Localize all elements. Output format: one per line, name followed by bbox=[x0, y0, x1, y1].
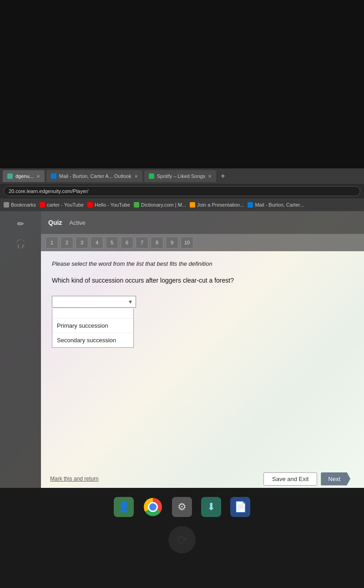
tab-label-outlook: Mail - Burton, Carter A... Outlook bbox=[59, 173, 131, 179]
q-num-4[interactable]: 4 bbox=[91, 237, 103, 248]
q-num-6[interactable]: 6 bbox=[121, 237, 133, 248]
bookmark-label-hello: Hello - YouTube bbox=[95, 202, 130, 208]
chevron-down-icon: ▼ bbox=[128, 299, 133, 304]
action-bar: Mark this and return Save and Exit Next bbox=[41, 469, 359, 489]
tab-close-edgenuity[interactable]: ✕ bbox=[36, 174, 40, 179]
q-num-7[interactable]: 7 bbox=[136, 237, 148, 248]
bookmark-label-join: Join a Presentation... bbox=[197, 202, 244, 208]
bookmark-favicon-mail bbox=[248, 202, 253, 208]
bookmark-favicon-dict bbox=[134, 202, 139, 208]
tab-label-edgenuity: dgenu... bbox=[15, 173, 34, 179]
logo-symbol: ⟳ bbox=[177, 532, 187, 547]
bookmark-favicon-bookmarks bbox=[4, 202, 9, 208]
bookmark-bookmarks[interactable]: Bookmarks bbox=[4, 202, 36, 208]
tab-close-spotify[interactable]: ✕ bbox=[208, 174, 212, 179]
q-num-10[interactable]: 10 bbox=[181, 237, 193, 248]
q-num-2[interactable]: 2 bbox=[61, 237, 73, 248]
mark-return-link[interactable]: Mark this and return bbox=[50, 476, 99, 482]
instruction-text: Please select the word from the list tha… bbox=[52, 260, 349, 267]
content-area: ✏ 🎧 Quiz Active 1 2 3 4 5 6 7 8 9 10 Ple… bbox=[0, 211, 364, 493]
q-num-9[interactable]: 9 bbox=[166, 237, 178, 248]
q-num-3[interactable]: 3 bbox=[76, 237, 88, 248]
tab-outlook[interactable]: Mail - Burton, Carter A... Outlook ✕ bbox=[46, 170, 142, 182]
taskbar: 👤 ⚙ ⬇ 📄 ⟳ bbox=[0, 488, 364, 588]
quiz-label: Quiz bbox=[48, 219, 62, 226]
bookmark-join-presentation[interactable]: Join a Presentation... bbox=[190, 202, 244, 208]
top-dark-area bbox=[0, 0, 364, 168]
chrome-icon-graphic bbox=[144, 498, 162, 516]
people-taskbar-icon[interactable]: 👤 bbox=[114, 497, 134, 517]
tab-close-outlook[interactable]: ✕ bbox=[134, 174, 138, 179]
chrome-taskbar-icon[interactable] bbox=[143, 497, 163, 517]
pencil-icon[interactable]: ✏ bbox=[12, 216, 29, 232]
bookmark-label-dict: Dictionary.com | M... bbox=[141, 202, 186, 208]
bookmark-favicon-join bbox=[190, 202, 195, 208]
download-taskbar-icon[interactable]: ⬇ bbox=[201, 497, 221, 517]
taskbar-icons: 👤 ⚙ ⬇ 📄 bbox=[114, 497, 250, 517]
new-tab-button[interactable]: + bbox=[218, 172, 228, 180]
bottom-logo: ⟳ bbox=[168, 526, 196, 553]
next-button[interactable]: Next bbox=[321, 472, 350, 486]
answer-dropdown-wrapper: ▼ Primary succession Secondary successio… bbox=[52, 296, 136, 308]
dropdown-option-empty[interactable] bbox=[52, 309, 133, 319]
bookmark-carter-youtube[interactable]: carter - YouTube bbox=[40, 202, 84, 208]
address-bar bbox=[0, 184, 364, 198]
dropdown-options-list: Primary succession Secondary succession bbox=[52, 309, 134, 348]
bookmark-hello-youtube[interactable]: Hello - YouTube bbox=[87, 202, 130, 208]
bookmark-mail[interactable]: Mail - Burton, Carter... bbox=[248, 202, 304, 208]
dropdown-trigger[interactable]: ▼ bbox=[52, 296, 136, 308]
tab-favicon-outlook bbox=[51, 173, 56, 179]
action-buttons: Save and Exit Next bbox=[263, 472, 350, 486]
tab-edgenuity[interactable]: dgenu... ✕ bbox=[3, 170, 45, 182]
sidebar: ✏ 🎧 bbox=[0, 211, 41, 493]
docs-icon-symbol: 📄 bbox=[234, 501, 247, 513]
dropdown-option-secondary[interactable]: Secondary succession bbox=[52, 333, 133, 347]
question-numbers-bar: 1 2 3 4 5 6 7 8 9 10 bbox=[41, 234, 364, 251]
docs-taskbar-icon[interactable]: 📄 bbox=[230, 497, 250, 517]
settings-icon-symbol: ⚙ bbox=[177, 501, 187, 513]
bookmark-favicon-hello bbox=[87, 202, 93, 208]
save-exit-button[interactable]: Save and Exit bbox=[263, 472, 317, 486]
bookmark-dictionary[interactable]: Dictionary.com | M... bbox=[134, 202, 186, 208]
q-num-1[interactable]: 1 bbox=[46, 237, 58, 248]
bookmark-label-carter: carter - YouTube bbox=[47, 202, 84, 208]
people-icon-symbol: 👤 bbox=[118, 501, 130, 513]
quiz-panel: Please select the word from the list tha… bbox=[41, 251, 359, 317]
bookmark-label-mail: Mail - Burton, Carter... bbox=[255, 202, 304, 208]
tab-favicon-spotify bbox=[149, 173, 154, 179]
settings-taskbar-icon[interactable]: ⚙ bbox=[172, 497, 192, 517]
headphone-icon[interactable]: 🎧 bbox=[12, 236, 29, 252]
q-num-5[interactable]: 5 bbox=[106, 237, 118, 248]
download-icon-symbol: ⬇ bbox=[207, 501, 215, 513]
dropdown-option-primary[interactable]: Primary succession bbox=[52, 319, 133, 333]
tab-favicon-edgenuity bbox=[7, 173, 13, 179]
address-input[interactable] bbox=[4, 186, 360, 196]
bookmark-favicon-carter bbox=[40, 202, 45, 208]
bookmarks-bar: Bookmarks carter - YouTube Hello - YouTu… bbox=[0, 198, 364, 211]
bookmark-label-bookmarks: Bookmarks bbox=[11, 202, 36, 208]
q-num-8[interactable]: 8 bbox=[151, 237, 163, 248]
question-text: Which kind of succession occurs after lo… bbox=[52, 275, 349, 285]
tab-label-spotify: Spotify – Liked Songs bbox=[157, 173, 205, 179]
quiz-header-bar: Quiz Active bbox=[41, 211, 364, 234]
active-label: Active bbox=[69, 219, 85, 226]
tab-bar: dgenu... ✕ Mail - Burton, Carter A... Ou… bbox=[0, 168, 364, 184]
tab-spotify[interactable]: Spotify – Liked Songs ✕ bbox=[144, 170, 216, 182]
